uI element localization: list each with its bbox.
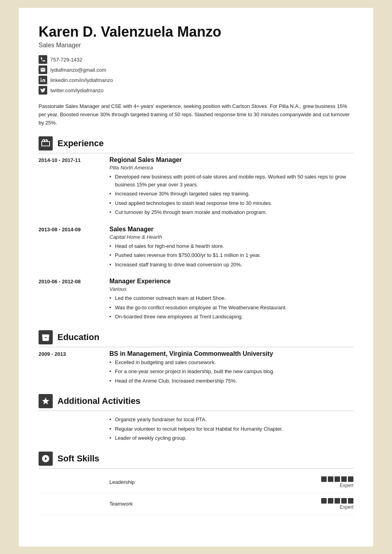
contact-list: 757-729-1432 lydiafmanzo@gmail.com linke… <box>39 55 353 95</box>
list-item: Developed new business with point-of-sal… <box>109 173 353 188</box>
list-item: Excelled in budgeting and sales coursewo… <box>109 359 353 366</box>
entry-date: 2014-10 - 2017-11 <box>39 156 102 218</box>
linkedin-icon <box>39 76 47 84</box>
skill-dot <box>321 476 327 482</box>
skill-dot <box>321 498 327 504</box>
education-entries: 2009 - 2013BS in Management, Virginia Co… <box>39 350 353 387</box>
list-item: Leader of weekly cycling group. <box>109 434 353 442</box>
list-item: Increased staff training to drive lead c… <box>109 261 353 269</box>
entry-company: Capital Home & Hearth <box>109 234 353 240</box>
skill-dots <box>321 476 353 482</box>
header-section: Karen D. Valenzuela Manzo Sales Manager … <box>39 24 353 95</box>
contact-phone: 757-729-1432 <box>39 55 353 64</box>
list-item: Led the customer outreach team at Hubert… <box>109 294 353 302</box>
skills-header: Soft Skills <box>39 452 353 468</box>
entry-bullets: Head of sales for high-end home & hearth… <box>109 242 353 269</box>
entry-item: 2009 - 2013BS in Management, Virginia Co… <box>39 350 353 387</box>
skill-dot <box>335 476 340 482</box>
education-section: Education 2009 - 2013BS in Management, V… <box>39 330 353 387</box>
skills-entries: LeadershipExpertTeamworkExpert <box>39 472 353 515</box>
entry-date: 2013-08 - 2014-09 <box>39 226 102 270</box>
entry-content: Manager ExperienceVariousLed the custome… <box>109 278 353 322</box>
entry-role: Regional Sales Manager <box>109 156 353 164</box>
skills-section: Soft Skills LeadershipExpertTeamworkExpe… <box>39 452 353 515</box>
entry-role: Manager Experience <box>109 278 353 285</box>
list-item: For a one-year senior project in leaders… <box>109 368 353 376</box>
list-item: Head of sales for high-end home & hearth… <box>109 242 353 250</box>
skill-dot <box>328 476 333 482</box>
list-item: Pushed sales revenue from $750,000/yr to… <box>109 251 353 259</box>
contact-twitter: twitter.com/lydiafmanzo <box>39 86 353 95</box>
list-item: Regular volunteer to recruit helpers for… <box>109 425 353 433</box>
entry-bullets: Developed new business with point-of-sal… <box>109 173 353 216</box>
entry-company: Pilla North America <box>109 165 353 171</box>
list-item: Increased revenue 30% through targeted s… <box>109 190 353 198</box>
skills-title: Soft Skills <box>57 454 99 464</box>
skill-dot <box>348 498 353 504</box>
linkedin-value: linkedin.com/in/lydiafmanzo <box>50 77 113 83</box>
skills-icon <box>39 452 53 466</box>
entry-item: 2013-08 - 2014-09Sales ManagerCapital Ho… <box>39 226 353 270</box>
list-item: On-boarded three new employees at Trent … <box>109 313 353 321</box>
skill-dot <box>335 498 340 504</box>
experience-icon <box>39 136 53 151</box>
education-title: Education <box>57 332 99 342</box>
experience-entries: 2014-10 - 2017-11Regional Sales ManagerP… <box>39 156 353 322</box>
entry-item: 2014-10 - 2017-11Regional Sales ManagerP… <box>39 156 353 218</box>
activities-bullets: Organize yearly fundraiser for local PTA… <box>109 414 353 444</box>
twitter-value: twitter.com/lydiafmanzo <box>50 87 104 93</box>
entry-bullets: Excelled in budgeting and sales coursewo… <box>109 359 353 385</box>
contact-email: lydiafmanzo@gmail.com <box>39 65 353 74</box>
entry-content: Sales ManagerCapital Home & HearthHead o… <box>109 226 353 270</box>
entry-role: BS in Management, Virginia Commonwealth … <box>109 350 353 357</box>
skill-name: Teamwork <box>109 501 313 507</box>
list-item: Used applied technologies to slash lead … <box>109 199 353 207</box>
list-item: Organize yearly fundraiser for local PTA… <box>109 416 353 424</box>
skill-entry: TeamworkExpert <box>39 493 353 515</box>
email-value: lydiafmanzo@gmail.com <box>50 67 106 73</box>
activities-title: Additional Activities <box>57 396 141 406</box>
skill-dot <box>328 498 333 504</box>
phone-icon <box>39 55 47 64</box>
activities-icon <box>39 394 53 408</box>
entry-date: 2009 - 2013 <box>39 350 102 387</box>
skill-label: Expert <box>340 504 353 510</box>
entry-date: 2010-06 - 2012-08 <box>39 278 102 322</box>
education-header: Education <box>39 330 353 347</box>
experience-title: Experience <box>57 138 104 149</box>
skill-label: Expert <box>340 483 353 488</box>
entry-content: Regional Sales ManagerPilla North Americ… <box>109 156 353 218</box>
phone-value: 757-729-1432 <box>50 57 82 63</box>
entry-role: Sales Manager <box>109 226 353 233</box>
twitter-icon <box>39 86 47 95</box>
skill-dot <box>348 476 353 482</box>
email-icon <box>39 65 47 74</box>
candidate-name: Karen D. Valenzuela Manzo <box>39 24 353 40</box>
contact-linkedin: linkedin.com/in/lydiafmanzo <box>39 76 353 84</box>
activities-entry: Organize yearly fundraiser for local PTA… <box>39 414 353 444</box>
candidate-title: Sales Manager <box>39 42 353 49</box>
entry-bullets: Led the customer outreach team at Hubert… <box>109 294 353 321</box>
skill-name: Leadership <box>109 479 313 485</box>
skill-entry: LeadershipExpert <box>39 472 353 493</box>
list-item: Was the go-to conflict resolution employ… <box>109 304 353 312</box>
education-icon <box>39 330 53 344</box>
experience-header: Experience <box>39 136 353 153</box>
list-item: Head of the Anime Club. Increased member… <box>109 377 353 385</box>
skill-dots <box>321 498 353 504</box>
resume-document: Karen D. Valenzuela Manzo Sales Manager … <box>19 8 373 547</box>
skill-dot <box>341 498 347 504</box>
entry-company: Various <box>109 286 353 292</box>
list-item: Cut turnover by 25% through team morale … <box>109 208 353 216</box>
skill-level: Expert <box>321 476 353 488</box>
activities-header: Additional Activities <box>39 394 353 411</box>
entry-content: BS in Management, Virginia Commonwealth … <box>109 350 353 387</box>
skill-dot <box>341 476 347 482</box>
entry-item: 2010-06 - 2012-08Manager ExperienceVario… <box>39 278 353 322</box>
skill-level: Expert <box>321 498 353 510</box>
summary-text: Passionate Sales Manager and CSE with 4+… <box>39 102 353 127</box>
activities-section: Additional Activities Organize yearly fu… <box>39 394 353 444</box>
experience-section: Experience 2014-10 - 2017-11Regional Sal… <box>39 136 353 322</box>
